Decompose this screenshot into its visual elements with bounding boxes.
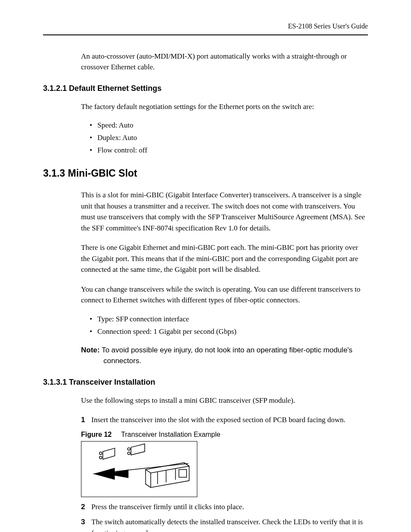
install-steps-continued: Press the transceiver firmly until it cl… — [81, 501, 368, 532]
figure-caption: Figure 12 Transceiver Installation Examp… — [81, 430, 368, 439]
transceiver-diagram-icon — [81, 441, 197, 497]
figure-label: Figure 12 — [81, 431, 112, 438]
note-label: Note: — [81, 346, 100, 354]
svg-point-0 — [100, 452, 102, 454]
figure-caption-text: Transceiver Installation Example — [121, 431, 221, 438]
list-item: Type: SFP connection interface — [90, 314, 368, 324]
header-title: ES-2108 Series User's Guide — [43, 22, 368, 31]
install-steps: Insert the transceiver into the slot wit… — [81, 414, 368, 426]
step-item: Insert the transceiver into the slot wit… — [81, 414, 368, 426]
minigbic-paragraph-2: There is one Gigabit Ethernet and mini-G… — [81, 242, 368, 275]
step-item: Press the transceiver firmly until it cl… — [81, 501, 368, 513]
note-block: Note: To avoid possible eye injury, do n… — [81, 345, 368, 367]
heading-default-ethernet-settings: 3.1.2.1 Default Ethernet Settings — [43, 83, 368, 93]
svg-point-3 — [128, 452, 130, 454]
heading-mini-gbic-slot: 3.1.3 Mini-GBIC Slot — [43, 167, 368, 180]
figure-image — [81, 441, 197, 497]
defaults-list: Speed: Auto Duplex: Auto Flow control: o… — [90, 121, 368, 156]
svg-point-2 — [128, 448, 130, 450]
svg-marker-4 — [93, 468, 128, 480]
svg-point-1 — [100, 456, 102, 459]
minigbic-paragraph-1: This is a slot for mini-GBIC (Gigabit In… — [81, 190, 368, 233]
intro-paragraph: An auto-crossover (auto-MDI/MDI-X) port … — [81, 51, 368, 73]
heading-transceiver-installation: 3.1.3.1 Transceiver Installation — [43, 377, 368, 387]
svg-rect-5 — [179, 470, 187, 477]
list-item: Duplex: Auto — [90, 133, 368, 143]
minigbic-specs-list: Type: SFP connection interface Connectio… — [90, 314, 368, 337]
list-item: Flow control: off — [90, 146, 368, 156]
list-item: Speed: Auto — [90, 121, 368, 131]
header-rule — [43, 34, 368, 35]
transceiver-intro-paragraph: Use the following steps to install a min… — [81, 395, 368, 406]
list-item: Connection speed: 1 Gigabit per second (… — [90, 327, 368, 337]
minigbic-paragraph-3: You can change transceivers while the sw… — [81, 284, 368, 306]
note-text: To avoid possible eye injury, do not loo… — [102, 346, 352, 365]
step-item: The switch automatically detects the ins… — [81, 516, 368, 532]
defaults-intro-paragraph: The factory default negotiation settings… — [81, 101, 368, 112]
